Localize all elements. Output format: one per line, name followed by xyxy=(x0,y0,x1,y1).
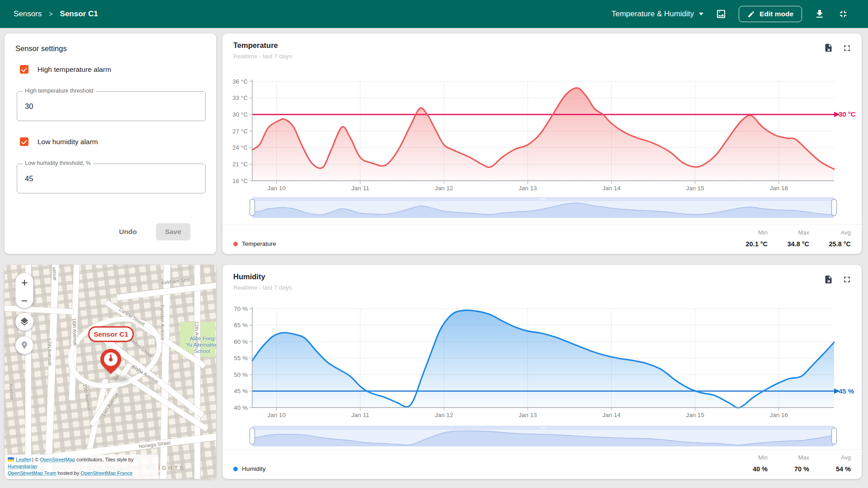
high-temperature-alarm-checkbox[interactable] xyxy=(20,65,28,74)
svg-text:55 %: 55 % xyxy=(234,355,248,361)
temperature-legend-dot xyxy=(233,242,238,246)
svg-text:30 °C: 30 °C xyxy=(232,111,248,118)
svg-text:18 °C: 18 °C xyxy=(232,178,248,184)
high-temperature-threshold-input[interactable] xyxy=(17,92,205,121)
save-button[interactable]: Save xyxy=(156,223,190,240)
temperature-legend-label: Temperature xyxy=(242,240,276,247)
svg-text:Jan 14: Jan 14 xyxy=(602,412,621,418)
undo-button[interactable]: Undo xyxy=(119,228,137,236)
attribution-link[interactable]: Leaflet xyxy=(16,457,31,462)
svg-text:Jan 11: Jan 11 xyxy=(351,412,369,418)
breadcrumb-separator: > xyxy=(49,10,52,18)
svg-text:45 %: 45 % xyxy=(839,387,854,395)
temperature-legend[interactable]: Temperature xyxy=(233,240,276,248)
map-school-label: Alice Fong Yu Alternative School xyxy=(183,335,216,354)
attribution-link[interactable]: OpenStreetMap France xyxy=(80,470,132,476)
avg-value: 54 % xyxy=(824,465,851,473)
svg-text:70 %: 70 % xyxy=(234,305,248,312)
sensor-marker-tooltip[interactable]: Sensor C1 xyxy=(88,326,134,342)
breadcrumb-current: Sensor C1 xyxy=(60,9,98,19)
svg-text:60 %: 60 % xyxy=(234,338,248,345)
humidity-stats: Min40 % Max70 % Avg54 % xyxy=(741,454,851,473)
dashboard-state-select[interactable]: Temperature & Humidity xyxy=(612,9,703,19)
map-zoom-in-button[interactable]: + xyxy=(16,273,33,291)
svg-text:Jan 16: Jan 16 xyxy=(770,185,788,192)
attribution-text: contributors, Tiles style by xyxy=(75,457,134,462)
svg-text:36 °C: 36 °C xyxy=(232,78,248,85)
map-street-label: venue xyxy=(52,267,58,281)
svg-text:Jan 12: Jan 12 xyxy=(435,412,453,418)
low-humidity-alarm-checkbox[interactable] xyxy=(20,137,28,146)
fullscreen-exit-icon[interactable] xyxy=(837,8,849,20)
svg-text:Jan 15: Jan 15 xyxy=(686,185,704,192)
sensor-map-card[interactable]: Kirkham StreFunston Avenue12th AvenueLur… xyxy=(5,265,216,479)
min-value: 20.1 °C xyxy=(741,240,768,248)
max-value: 34.8 °C xyxy=(782,240,809,248)
svg-text:27 °C: 27 °C xyxy=(232,128,248,135)
temperature-chart-card: Temperature Realtime - last 7 days 36 °C… xyxy=(222,33,862,254)
svg-text:50 %: 50 % xyxy=(234,371,248,378)
ukraine-flag-icon xyxy=(8,457,14,462)
svg-text:40 %: 40 % xyxy=(234,404,248,411)
temperature-datazoom-right-handle[interactable] xyxy=(830,197,838,218)
avg-header: Avg xyxy=(824,229,851,236)
svg-text:Jan 11: Jan 11 xyxy=(351,185,369,192)
max-header: Max xyxy=(782,454,809,461)
settings-title: Sensor settings xyxy=(15,44,67,53)
edit-mode-label: Edit mode xyxy=(760,10,793,18)
svg-text:Jan 10: Jan 10 xyxy=(267,185,286,192)
avg-header: Avg xyxy=(824,454,851,461)
humidity-chart-card: Humidity Realtime - last 7 days 70 %65 %… xyxy=(222,265,862,479)
high-temperature-threshold-field: High temperature threshold xyxy=(17,91,206,121)
low-humidity-threshold-input[interactable] xyxy=(17,164,205,193)
map-locate-button[interactable] xyxy=(15,336,33,354)
temperature-datazoom-track[interactable] xyxy=(252,197,834,218)
attribution-link[interactable]: OpenStreetMap xyxy=(40,457,75,462)
thermometer-icon xyxy=(106,353,116,363)
svg-text:Jan 16: Jan 16 xyxy=(770,412,788,418)
attribution-text: | © xyxy=(31,457,40,462)
max-value: 70 % xyxy=(782,465,809,473)
svg-text:33 °C: 33 °C xyxy=(232,94,248,101)
humidity-datazoom-right-handle[interactable] xyxy=(830,426,838,446)
min-header: Min xyxy=(741,229,768,236)
humidity-legend-label: Humidity xyxy=(242,465,266,472)
svg-text:21 °C: 21 °C xyxy=(232,161,248,168)
humidity-chart[interactable]: 70 %65 %60 %55 %50 %45 %40 %Jan 10Jan 11… xyxy=(222,265,862,479)
svg-text:45 %: 45 % xyxy=(234,388,248,394)
min-value: 40 % xyxy=(741,465,768,473)
sensor-settings-card: Sensor settings High temperature alarm H… xyxy=(5,33,216,254)
top-header: Sensors > Sensor C1 Temperature & Humidi… xyxy=(0,0,868,28)
download-icon[interactable] xyxy=(814,8,826,20)
min-header: Min xyxy=(741,454,768,461)
state-select-label: Temperature & Humidity xyxy=(612,9,694,19)
map-attribution: Leaflet | © OpenStreetMap contributors, … xyxy=(5,455,158,479)
layers-icon xyxy=(19,317,29,327)
map-layers-button[interactable] xyxy=(15,313,33,331)
pencil-icon xyxy=(747,10,755,18)
low-humidity-alarm-label: Low humidity alarm xyxy=(38,138,98,146)
max-header: Max xyxy=(782,229,809,236)
humidity-legend[interactable]: Humidity xyxy=(233,465,266,473)
humidity-legend-dot xyxy=(233,467,238,471)
map-zoom-out-button[interactable]: − xyxy=(16,291,33,310)
image-gallery-icon[interactable] xyxy=(715,8,727,20)
svg-text:Jan 13: Jan 13 xyxy=(519,185,537,192)
svg-text:65 %: 65 % xyxy=(234,322,248,328)
edit-mode-button[interactable]: Edit mode xyxy=(739,6,802,22)
svg-text:Jan 15: Jan 15 xyxy=(686,412,704,418)
temperature-chart[interactable]: 36 °C33 °C30 °C27 °C24 °C21 °C18 °CJan 1… xyxy=(222,33,862,254)
humidity-datazoom-track[interactable] xyxy=(252,426,834,446)
breadcrumb-sensors[interactable]: Sensors xyxy=(14,9,42,19)
attribution-link[interactable]: OpenStreetMap Team xyxy=(8,470,56,476)
map-street-label: Funston Avenue xyxy=(160,305,165,341)
map-zoom-control: + − xyxy=(15,273,33,308)
svg-text:30 °C: 30 °C xyxy=(839,110,856,118)
low-humidity-threshold-field: Low humidity threshold, % xyxy=(17,164,206,193)
chevron-down-icon xyxy=(699,13,703,15)
svg-text:Jan 13: Jan 13 xyxy=(519,412,537,418)
place-icon xyxy=(20,341,29,350)
attribution-link[interactable]: Humanitarian xyxy=(8,464,37,469)
temperature-stats: Min20.1 °C Max34.8 °C Avg25.8 °C xyxy=(741,229,851,248)
svg-text:Jan 14: Jan 14 xyxy=(602,185,621,192)
